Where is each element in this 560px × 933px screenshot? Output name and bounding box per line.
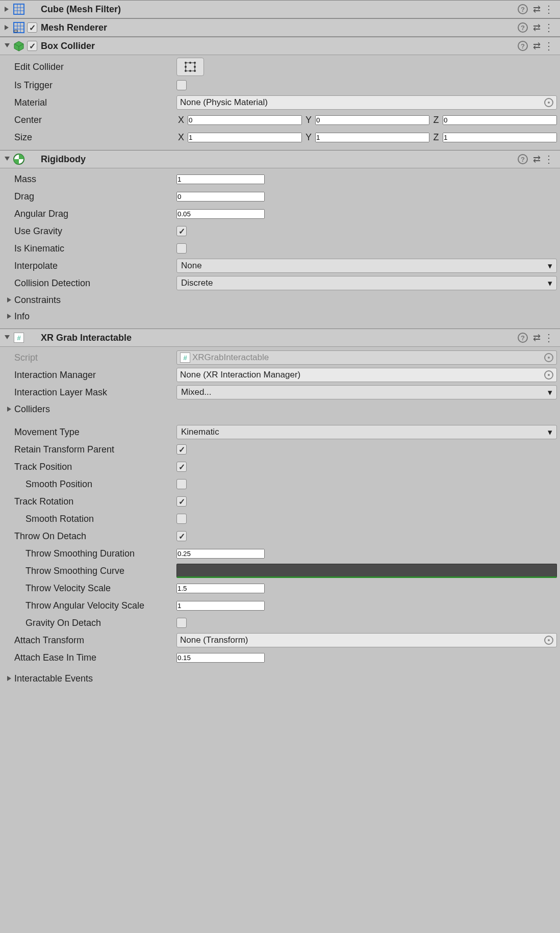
is-kinematic-checkbox[interactable]: [176, 243, 187, 254]
enable-checkbox[interactable]: [27, 22, 37, 33]
help-icon[interactable]: ?: [518, 41, 528, 51]
interactable-events-foldout[interactable]: Interactable Events: [3, 670, 557, 687]
throw-angular-velocity-scale-input[interactable]: [176, 601, 265, 611]
center-label: Center: [3, 115, 176, 125]
throw-smoothing-duration-input[interactable]: [176, 549, 265, 559]
component-title: Rigidbody: [39, 154, 518, 165]
foldout-icon[interactable]: [3, 43, 11, 48]
center-x-input[interactable]: [188, 115, 302, 125]
object-picker-icon[interactable]: [544, 98, 553, 107]
svg-marker-27: [7, 297, 11, 302]
inspector-panel: Cube (Mesh Filter) ? ⇄ ⋮ Mesh Renderer ?…: [0, 0, 560, 691]
smooth-position-checkbox[interactable]: [176, 479, 187, 489]
component-header-box-collider[interactable]: Box Collider ? ⇄ ⋮: [0, 37, 560, 55]
svg-point-23: [185, 66, 187, 68]
component-header-rigidbody[interactable]: Rigidbody ? ⇄ ⋮: [0, 150, 560, 168]
component-header-mesh-filter[interactable]: Cube (Mesh Filter) ? ⇄ ⋮: [0, 0, 560, 18]
drag-label: Drag: [3, 191, 176, 202]
smooth-rotation-label: Smooth Rotation: [3, 514, 176, 524]
smooth-rotation-checkbox[interactable]: [176, 514, 187, 524]
box-collider-icon: [12, 40, 26, 52]
preset-icon[interactable]: ⇄: [533, 4, 539, 15]
edit-collider-label: Edit Collider: [3, 62, 176, 72]
foldout-icon[interactable]: [3, 157, 11, 162]
svg-point-19: [185, 70, 187, 72]
rigidbody-icon: [12, 154, 26, 165]
size-x-input[interactable]: [188, 133, 302, 142]
interaction-manager-field[interactable]: None (XR Interaction Manager): [176, 368, 557, 382]
box-collider-body: Edit Collider Is Trigger Material None (…: [0, 55, 560, 150]
foldout-icon[interactable]: [3, 335, 11, 340]
size-label: Size: [3, 132, 176, 143]
throw-on-detach-checkbox[interactable]: [176, 531, 187, 541]
constraints-foldout[interactable]: Constraints: [3, 292, 557, 308]
material-field[interactable]: None (Physic Material): [176, 95, 557, 110]
interpolate-dropdown[interactable]: None▾: [176, 259, 557, 273]
track-position-label: Track Position: [3, 462, 176, 472]
mass-input[interactable]: [176, 174, 265, 184]
preset-icon[interactable]: ⇄: [533, 22, 539, 33]
interaction-layer-mask-dropdown[interactable]: Mixed...▾: [176, 385, 557, 399]
drag-input[interactable]: [176, 192, 265, 201]
component-header-xr-grab[interactable]: # XR Grab Interactable ? ⇄ ⋮: [0, 329, 560, 347]
help-icon[interactable]: ?: [518, 22, 528, 33]
kebab-icon[interactable]: ⋮: [544, 44, 554, 48]
center-z-input[interactable]: [443, 115, 557, 125]
track-position-checkbox[interactable]: [176, 462, 187, 472]
attach-ease-in-time-label: Attach Ease In Time: [3, 652, 176, 663]
svg-point-18: [194, 62, 196, 64]
throw-smoothing-curve-field[interactable]: [176, 564, 557, 578]
help-icon[interactable]: ?: [518, 4, 528, 14]
preset-icon[interactable]: ⇄: [533, 154, 539, 165]
movement-type-label: Movement Type: [3, 427, 176, 438]
component-header-mesh-renderer[interactable]: Mesh Renderer ? ⇄ ⋮: [0, 18, 560, 37]
foldout-icon[interactable]: [3, 25, 11, 30]
movement-type-dropdown[interactable]: Kinematic▾: [176, 425, 557, 439]
size-y-input[interactable]: [315, 133, 429, 142]
throw-smoothing-curve-label: Throw Smoothing Curve: [3, 566, 176, 576]
component-title: Box Collider: [39, 41, 518, 52]
svg-point-22: [189, 70, 191, 72]
smooth-position-label: Smooth Position: [3, 479, 176, 490]
object-picker-icon[interactable]: [544, 370, 553, 380]
use-gravity-checkbox[interactable]: [176, 226, 187, 236]
kebab-icon[interactable]: ⋮: [544, 26, 554, 30]
track-rotation-checkbox[interactable]: [176, 496, 187, 507]
svg-point-17: [185, 62, 187, 64]
attach-transform-field[interactable]: None (Transform): [176, 633, 557, 647]
gravity-on-detach-label: Gravity On Detach: [3, 618, 176, 628]
kebab-icon[interactable]: ⋮: [544, 157, 554, 161]
foldout-icon[interactable]: [3, 7, 11, 12]
object-picker-icon[interactable]: [544, 636, 553, 645]
throw-velocity-scale-input[interactable]: [176, 584, 265, 593]
svg-marker-30: [7, 407, 11, 412]
edit-collider-button[interactable]: [176, 58, 204, 76]
svg-rect-7: [14, 22, 24, 33]
angular-drag-label: Angular Drag: [3, 209, 176, 219]
preset-icon[interactable]: ⇄: [533, 40, 539, 52]
help-icon[interactable]: ?: [518, 154, 528, 164]
attach-ease-in-time-input[interactable]: [176, 653, 265, 663]
object-picker-icon: [544, 353, 553, 362]
center-y-input[interactable]: [315, 115, 429, 125]
xr-grab-body: Script#XRGrabInteractable Interaction Ma…: [0, 347, 560, 691]
help-icon[interactable]: ?: [518, 333, 528, 343]
enable-checkbox[interactable]: [27, 41, 37, 51]
mesh-filter-icon: [12, 4, 26, 15]
kebab-icon[interactable]: ⋮: [544, 336, 554, 340]
mesh-renderer-icon: [12, 22, 26, 33]
retain-transform-parent-checkbox[interactable]: [176, 444, 187, 455]
svg-rect-16: [186, 63, 195, 71]
is-trigger-checkbox[interactable]: [176, 80, 187, 90]
svg-marker-28: [7, 314, 11, 319]
size-z-input[interactable]: [443, 133, 557, 142]
colliders-foldout[interactable]: Colliders: [3, 401, 557, 417]
collision-detection-dropdown[interactable]: Discrete▾: [176, 276, 557, 290]
svg-point-21: [189, 62, 191, 64]
angular-drag-input[interactable]: [176, 209, 265, 219]
svg-rect-1: [14, 4, 24, 14]
info-foldout[interactable]: Info: [3, 308, 557, 324]
gravity-on-detach-checkbox[interactable]: [176, 618, 187, 628]
kebab-icon[interactable]: ⋮: [544, 7, 554, 11]
preset-icon[interactable]: ⇄: [533, 332, 539, 343]
